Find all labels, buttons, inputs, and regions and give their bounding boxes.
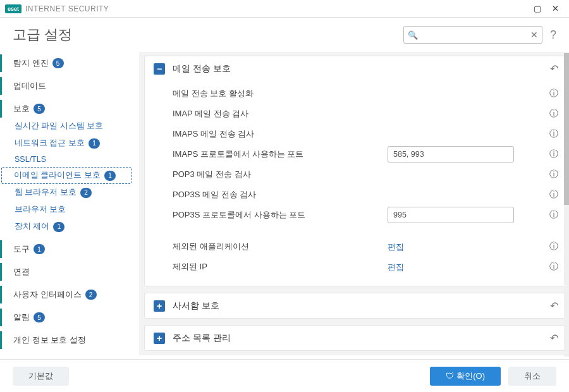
sidebar-item-label: 네트워크 접근 보호	[15, 138, 85, 149]
sidebar-item-label: 알림	[13, 312, 30, 323]
port-input[interactable]	[388, 146, 514, 162]
sidebar-sub-item[interactable]: 웹 브라우저 보호2	[0, 184, 133, 201]
cancel-button[interactable]: 취소	[508, 367, 556, 386]
panel-body: 메일 전송 보호 활성화ⓘIMAP 메일 전송 검사ⓘIMAPS 메일 전송 검…	[145, 81, 567, 286]
info-icon[interactable]: ⓘ	[549, 241, 558, 252]
sidebar-badge: 1	[53, 222, 64, 232]
sidebar-item[interactable]: 탐지 엔진5	[0, 54, 133, 72]
settings-panel: +사서함 보호↶	[144, 293, 568, 319]
maximize-icon[interactable]: ▢	[529, 3, 546, 15]
sidebar-item-label: 실시간 파일 시스템 보호	[15, 121, 103, 132]
sidebar-sub-item[interactable]: SSL/TLS	[0, 152, 133, 167]
sidebar-item[interactable]: 보호5	[0, 100, 133, 118]
setting-label: IMAP 메일 전송 검사	[173, 108, 388, 119]
sidebar-item-label: 연결	[13, 266, 30, 278]
panel-header[interactable]: +주소 목록 관리↶	[145, 326, 567, 350]
settings-panel: −메일 전송 보호↶메일 전송 보호 활성화ⓘIMAP 메일 전송 검사ⓘIMA…	[144, 56, 568, 286]
info-icon[interactable]: ⓘ	[549, 209, 558, 221]
setting-label: 메일 전송 보호 활성화	[173, 88, 388, 99]
sidebar: 탐지 엔진5업데이트보호5실시간 파일 시스템 보호네트워크 접근 보호1SSL…	[0, 52, 139, 355]
setting-label: 제외된 IP	[173, 261, 388, 273]
settings-panel: +주소 목록 관리↶	[144, 325, 568, 351]
setting-row: POP3S 프로토콜에서 사용하는 포트ⓘ	[173, 205, 558, 225]
sidebar-item[interactable]: 개인 정보 보호 설정	[0, 331, 133, 349]
search-box[interactable]: 🔍 ✕	[403, 26, 542, 44]
scrollbar[interactable]	[564, 53, 569, 357]
setting-row: 제외된 애플리케이션편집ⓘ	[173, 236, 558, 257]
sidebar-item[interactable]: 도구1	[0, 240, 133, 258]
sidebar-item-label: 업데이트	[13, 80, 46, 92]
info-icon[interactable]: ⓘ	[549, 189, 558, 200]
info-icon[interactable]: ⓘ	[549, 88, 558, 99]
sidebar-badge: 1	[89, 138, 100, 149]
ok-label: 확인(O)	[456, 371, 485, 382]
setting-label: POP3S 메일 전송 검사	[173, 189, 388, 200]
reset-icon[interactable]: ↶	[550, 332, 558, 344]
search-input[interactable]	[420, 30, 530, 39]
sidebar-badge: 1	[34, 244, 45, 254]
expand-icon[interactable]: +	[154, 333, 165, 344]
panel-title: 메일 전송 보호	[173, 63, 550, 75]
close-icon[interactable]: ✕	[546, 3, 564, 15]
ok-button[interactable]: 🛡확인(O)	[430, 367, 501, 386]
shield-icon: 🛡	[446, 371, 454, 381]
info-icon[interactable]: ⓘ	[549, 169, 558, 180]
info-icon[interactable]: ⓘ	[549, 108, 558, 119]
setting-row: POP3 메일 전송 검사ⓘ	[173, 164, 558, 185]
sidebar-item-label: 브라우저 보호	[15, 204, 66, 215]
sidebar-sub-item[interactable]: 장치 제어1	[0, 218, 133, 235]
setting-row: IMAP 메일 전송 검사ⓘ	[173, 104, 558, 124]
sidebar-item-label: 보호	[13, 103, 30, 114]
info-icon[interactable]: ⓘ	[549, 261, 558, 273]
search-clear-icon[interactable]: ✕	[530, 30, 538, 40]
sidebar-badge: 5	[34, 104, 45, 114]
sidebar-item[interactable]: 사용자 인터페이스2	[0, 286, 133, 303]
search-icon: 🔍	[408, 30, 418, 40]
sidebar-badge: 2	[80, 188, 92, 198]
help-icon[interactable]: ?	[550, 28, 556, 42]
footer: 기본값 🛡확인(O) 취소	[0, 359, 569, 392]
panel-header[interactable]: +사서함 보호↶	[145, 293, 567, 318]
setting-row: 제외된 IP편집ⓘ	[173, 257, 558, 277]
info-icon[interactable]: ⓘ	[549, 149, 558, 160]
reset-icon[interactable]: ↶	[550, 300, 558, 312]
sidebar-sub-item[interactable]: 네트워크 접근 보호1	[0, 135, 133, 152]
sidebar-item-label: 이메일 클라이언트 보호	[14, 170, 101, 181]
sidebar-badge: 1	[104, 171, 116, 181]
expand-icon[interactable]: +	[154, 300, 165, 312]
setting-label: POP3 메일 전송 검사	[173, 169, 388, 180]
sidebar-item-label: 장치 제어	[15, 221, 49, 232]
panel-header[interactable]: −메일 전송 보호↶	[145, 56, 567, 81]
setting-label: POP3S 프로토콜에서 사용하는 포트	[173, 209, 388, 221]
main-content: −메일 전송 보호↶메일 전송 보호 활성화ⓘIMAP 메일 전송 검사ⓘIMA…	[139, 52, 569, 355]
setting-row: POP3S 메일 전송 검사ⓘ	[173, 185, 558, 205]
setting-row: IMAPS 프로토콜에서 사용하는 포트ⓘ	[173, 144, 558, 164]
scroll-thumb[interactable]	[564, 53, 569, 205]
sidebar-item[interactable]: 연결	[0, 263, 133, 281]
panel-title: 주소 목록 관리	[173, 333, 550, 344]
setting-row: 메일 전송 보호 활성화ⓘ	[173, 83, 558, 104]
page-title: 고급 설정	[13, 25, 403, 44]
edit-link[interactable]: 편집	[388, 242, 404, 252]
info-icon[interactable]: ⓘ	[549, 128, 558, 140]
collapse-icon[interactable]: −	[154, 63, 165, 75]
sidebar-sub-item[interactable]: 실시간 파일 시스템 보호	[0, 118, 133, 135]
sidebar-sub-item[interactable]: 이메일 클라이언트 보호1	[1, 167, 132, 184]
sidebar-item-label: 개인 정보 보호 설정	[13, 334, 86, 346]
edit-link[interactable]: 편집	[388, 262, 404, 272]
sidebar-item-label: 웹 브라우저 보호	[15, 187, 76, 198]
sidebar-item-label: 도구	[13, 243, 30, 255]
sidebar-item-label: SSL/TLS	[15, 155, 46, 164]
sidebar-sub-item[interactable]: 브라우저 보호	[0, 201, 133, 218]
sidebar-item[interactable]: 업데이트	[0, 77, 133, 95]
reset-icon[interactable]: ↶	[550, 63, 558, 75]
defaults-button[interactable]: 기본값	[13, 367, 69, 386]
port-input[interactable]	[388, 207, 514, 223]
setting-label: 제외된 애플리케이션	[173, 241, 388, 252]
sidebar-item[interactable]: 알림5	[0, 309, 133, 326]
sidebar-badge: 5	[52, 58, 64, 68]
setting-label: IMAPS 프로토콜에서 사용하는 포트	[173, 149, 388, 160]
header: 고급 설정 🔍 ✕ ?	[0, 18, 569, 52]
sidebar-item-label: 탐지 엔진	[13, 58, 49, 69]
sidebar-badge: 5	[34, 312, 45, 322]
